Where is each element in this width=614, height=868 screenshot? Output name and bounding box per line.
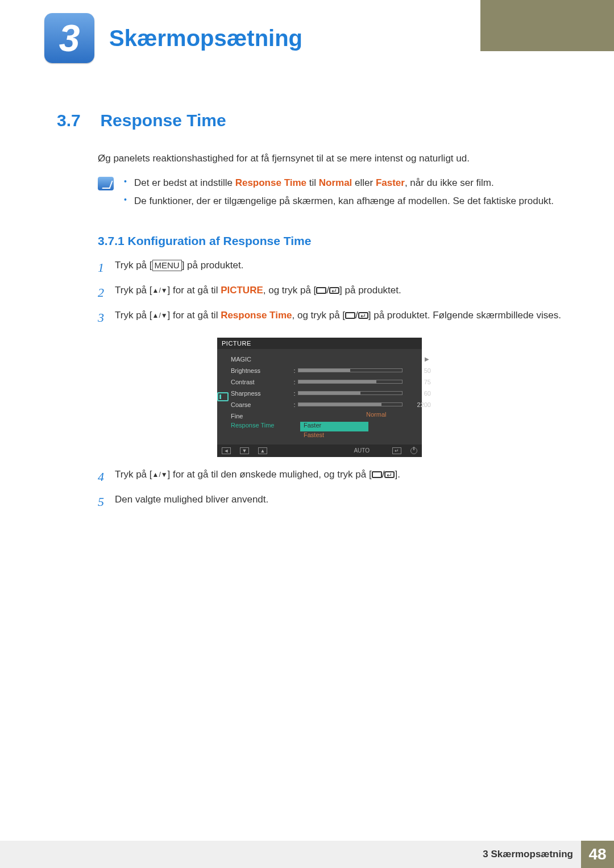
step-number: 5 [98,492,115,512]
text: ] for at gå til den ønskede mulighed, og… [168,469,372,480]
osd-slider [298,391,403,395]
keyword-response-time: Response Time [235,177,306,188]
enter-icon [384,471,395,478]
text: Tryk på [ [115,285,152,296]
osd-label: Response Time [229,422,291,429]
note-block: Det er bedst at indstille Response Time … [98,176,563,213]
footer-chapter-label: 3 Skærmopsætning [483,849,573,860]
osd-value: 60 [408,390,431,397]
step-number: 4 [98,467,115,487]
note-item-1: Det er bedst at indstille Response Time … [124,176,554,190]
text: ] på produktet. Følgende skærmbillede vi… [368,310,561,321]
osd-auto-label: AUTO [354,447,370,454]
osd-option-fastest: Fastest [300,431,368,441]
step-3: 3 Tryk på [▲/▼] for at gå til Response T… [98,308,563,327]
up-down-icon: ▲/▼ [152,471,168,479]
text: Tryk på [ [115,260,152,271]
power-icon [410,447,417,454]
osd-label: Fine [229,413,291,420]
text: ]. [395,469,400,480]
text: Tryk på [ [115,310,152,321]
osd-row-fine: Fine Normal [229,410,431,422]
picture-mode-icon [217,392,229,401]
keyword-faster: Faster [376,177,405,188]
note-item-2: De funktioner, der er tilgængelige på sk… [124,194,554,209]
section-heading: 3.7 Response Time [57,111,563,130]
osd-value: 75 [408,379,431,385]
text: ] på produktet. [182,260,244,271]
step-4: 4 Tryk på [▲/▼] for at gå til den ønsked… [98,467,563,487]
text: Den valgte mulighed bliver anvendt. [115,492,563,512]
osd-footer: ◄ ▼ ▲ AUTO ↵ [217,445,422,457]
osd-label: Brightness [229,367,291,374]
colon: : [291,401,298,408]
text: til [306,177,319,188]
chapter-title: Skærmopsætning [109,26,302,51]
osd-row-response-time: Response Time Faster Fastest [229,422,431,441]
step-number: 2 [98,283,115,302]
nav-left-icon: ◄ [222,447,231,454]
text: , og tryk på [ [292,310,345,321]
chapter-header: 3 Skærmopsætning [44,13,614,64]
osd-panel: PICTURE MAGIC ▶ Brightness : [217,338,422,457]
text: , når du ikke ser film. [405,177,494,188]
source-icon [372,471,382,478]
page-number: 48 [581,841,614,868]
enter-icon [358,312,368,319]
osd-side-icon-area [217,349,229,445]
keyword-picture: PICTURE [221,285,263,296]
colon: : [291,379,298,385]
text: ] for at gå til [168,310,221,321]
osd-label: Sharpness [229,390,291,397]
osd-slider [298,402,403,406]
osd-slider [298,368,403,372]
text: Tryk på [ [115,469,152,480]
osd-row-coarse: Coarse : 2200 [229,399,431,410]
osd-row-brightness: Brightness : 50 [229,365,431,376]
text: ] på produktet. [339,285,401,296]
up-down-icon: ▲/▼ [152,312,168,319]
source-icon [345,312,355,319]
keyword-normal: Normal [319,177,352,188]
osd-label: MAGIC [229,356,291,363]
osd-row-sharpness: Sharpness : 60 [229,388,431,399]
osd-option-normal: Normal [363,411,431,421]
chapter-number-badge: 3 [44,13,94,63]
enter-icon [329,287,339,294]
nav-up-icon: ▲ [258,447,267,454]
chevron-right-icon: ▶ [423,356,431,362]
text: , og tryk på [ [263,285,317,296]
osd-row-contrast: Contrast : 75 [229,376,431,388]
up-down-icon: ▲/▼ [152,286,168,294]
text: ] for at gå til [168,285,221,296]
source-icon [316,287,326,294]
osd-value: 50 [408,367,431,374]
osd-slider [298,380,403,384]
step-number: 3 [98,308,115,327]
text: eller [352,177,376,188]
step-number: 1 [98,258,115,277]
osd-title: PICTURE [217,338,422,349]
osd-label: Coarse [229,401,291,408]
step-5: 5 Den valgte mulighed bliver anvendt. [98,492,563,512]
section-title: Response Time [100,111,226,130]
step-1: 1 Tryk på [MENU] på produktet. [98,258,563,277]
text: Det er bedst at indstille [134,177,235,188]
subsection-heading: 3.7.1 Konfiguration af Response Time [98,234,563,248]
osd-option-faster: Faster [300,422,368,431]
step-2: 2 Tryk på [▲/▼] for at gå til PICTURE, o… [98,283,563,302]
osd-value: 2200 [408,401,431,408]
enter-key-icon: ↵ [392,447,401,454]
osd-row-magic: MAGIC ▶ [229,354,431,365]
note-icon [98,177,114,190]
menu-key: MENU [152,260,182,271]
colon: : [291,367,298,374]
keyword-response-time: Response Time [221,310,292,321]
colon: : [291,390,298,397]
page-footer: 3 Skærmopsætning 48 [0,841,614,868]
nav-down-icon: ▼ [240,447,249,454]
osd-label: Contrast [229,379,291,385]
section-number: 3.7 [57,111,98,130]
intro-text: Øg panelets reaktionshastighed for at få… [98,153,563,164]
